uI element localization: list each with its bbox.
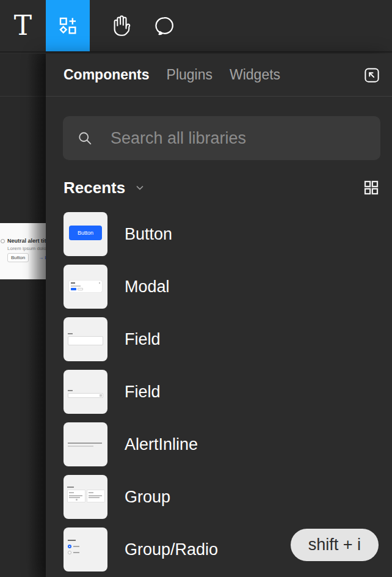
mini-modal <box>69 281 102 292</box>
mini-button: Button <box>69 226 102 240</box>
component-label: Button <box>125 225 172 244</box>
panel-tabs: Components Plugins Widgets <box>46 54 392 97</box>
recents-header: Recents <box>64 177 375 198</box>
comment-tool-button[interactable] <box>143 0 186 51</box>
components-icon <box>57 15 79 37</box>
arrow-up-left-icon <box>363 66 381 84</box>
alert-info-icon <box>1 239 5 243</box>
hand-tool-button[interactable] <box>101 0 143 51</box>
comment-icon <box>154 15 176 37</box>
list-item-field[interactable]: Field <box>64 317 381 361</box>
list-item-group[interactable]: Group <box>64 475 381 519</box>
text-tool-button[interactable]: T <box>0 0 46 51</box>
assets-panel: Components Plugins Widgets Search all li… <box>46 54 392 577</box>
panel-shadow <box>27 54 46 577</box>
list-item-button[interactable]: Button Button <box>64 212 381 256</box>
hand-icon <box>111 15 133 37</box>
canvas-area[interactable]: Neutral alert title Lorem ipsum dolor am… <box>0 54 46 577</box>
tab-widgets[interactable]: Widgets <box>230 67 280 83</box>
component-label: Group <box>125 488 170 507</box>
component-thumbnail <box>64 317 107 361</box>
list-item-field[interactable]: Field <box>64 370 381 414</box>
component-thumbnail <box>64 527 107 571</box>
component-thumbnail <box>64 370 107 414</box>
component-thumbnail <box>64 265 107 309</box>
grid-view-button[interactable] <box>362 178 380 197</box>
alert-button[interactable]: Button <box>7 253 29 262</box>
component-thumbnail <box>64 422 107 466</box>
component-label: Group/Radio <box>125 540 218 559</box>
component-label: Field <box>125 383 161 402</box>
grid-view-icon <box>362 178 380 197</box>
search-placeholder: Search all libraries <box>111 129 246 148</box>
search-input[interactable]: Search all libraries <box>63 116 380 160</box>
component-label: AlertInline <box>125 435 198 454</box>
shortcut-badge: shift + i <box>291 529 379 561</box>
tab-components[interactable]: Components <box>64 67 150 83</box>
tab-plugins[interactable]: Plugins <box>167 67 212 83</box>
component-thumbnail: Button <box>64 212 107 256</box>
list-item-alertinline[interactable]: AlertInline <box>64 422 381 466</box>
pop-out-button[interactable] <box>361 65 382 86</box>
components-tool-button[interactable] <box>46 0 90 51</box>
recents-title[interactable]: Recents <box>64 178 125 197</box>
component-label: Modal <box>125 277 170 296</box>
component-thumbnail <box>64 475 107 519</box>
mini-button-label: Button <box>78 230 93 236</box>
component-label: Field <box>125 330 161 349</box>
text-tool-icon: T <box>14 12 32 39</box>
chevron-down-icon[interactable] <box>134 182 145 193</box>
list-item-modal[interactable]: Modal <box>64 265 381 309</box>
toolbar: T <box>0 0 392 53</box>
components-list: Button Button Modal Field Field AlertInl… <box>64 212 381 577</box>
search-icon <box>76 130 93 147</box>
